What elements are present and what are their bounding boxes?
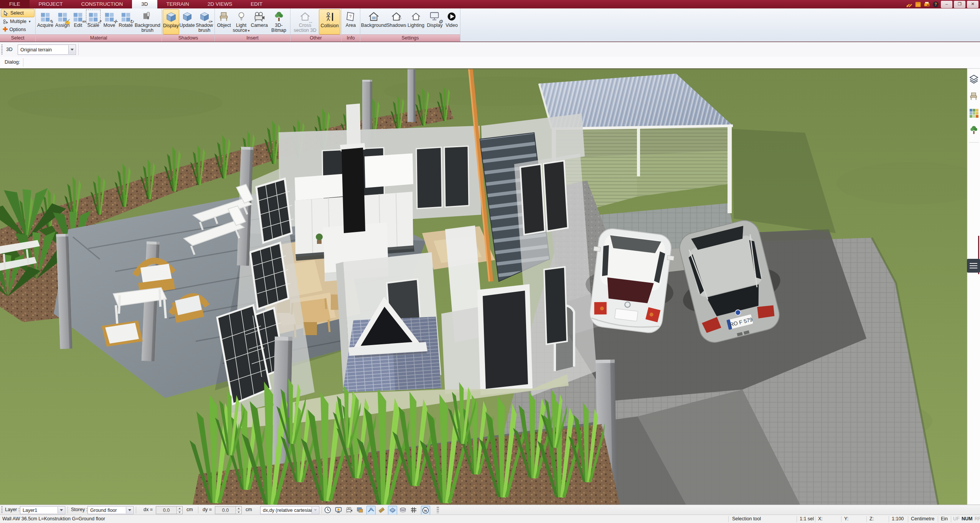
multiple-button[interactable]: Multiple xyxy=(1,18,35,25)
restore-button[interactable]: ❐ xyxy=(954,1,965,8)
tab-edit[interactable]: EDIT xyxy=(241,0,272,8)
help-icon[interactable]: ? xyxy=(932,1,939,8)
cross-section-3d-button: ↔ Cross section 3D xyxy=(291,9,319,35)
tab-file[interactable]: FILE xyxy=(0,0,30,8)
layer-select[interactable]: Layer1 xyxy=(20,506,65,514)
cube-update-icon xyxy=(180,10,194,23)
background-brush-button[interactable]: Background brush xyxy=(134,9,161,35)
status-z: Z: xyxy=(869,515,874,523)
material-move-icon: ✛ xyxy=(102,10,116,23)
tab-project[interactable]: PROJECT xyxy=(30,0,72,8)
roof-edit-icon[interactable] xyxy=(366,506,376,515)
tree-icon xyxy=(272,10,286,23)
light-source-button[interactable]: Light source xyxy=(232,9,250,35)
insert-object-button[interactable]: Object xyxy=(216,9,232,35)
divider xyxy=(23,58,23,67)
dx-stepper[interactable] xyxy=(177,507,182,514)
shadows-display-button[interactable]: Display xyxy=(163,9,179,35)
rotate-button[interactable]: ↻ Rotate xyxy=(117,9,134,35)
terrain-select[interactable]: Original terrain xyxy=(18,44,76,55)
plants-icon[interactable] xyxy=(969,125,978,136)
tab-terrain[interactable]: TERRAIN xyxy=(157,0,198,8)
chevron-down-icon[interactable] xyxy=(58,507,64,513)
layers-icon[interactable] xyxy=(969,74,979,86)
acquire-button[interactable]: ✎ Acquire xyxy=(36,9,54,35)
divider xyxy=(322,507,322,513)
settings-lighting-button[interactable]: Lighting xyxy=(406,9,426,35)
dy-stepper[interactable] xyxy=(236,507,241,514)
shadows-update-button[interactable]: Update xyxy=(179,9,195,35)
fence-post[interactable] xyxy=(408,68,415,122)
insert-camera-button[interactable]: Camera xyxy=(250,9,268,35)
scene-3d[interactable]: RO F 579 xyxy=(0,68,980,505)
tab-construction[interactable]: CONSTRUCTION xyxy=(72,0,132,8)
group-caption-material: Material xyxy=(36,35,162,41)
dx-input[interactable]: 0.0 xyxy=(156,506,183,514)
material-acquire-icon: ✎ xyxy=(38,10,52,23)
toolbar-grip[interactable] xyxy=(1,506,3,514)
scale-button[interactable]: ↗ Scale xyxy=(85,9,101,35)
status-uf: UF xyxy=(953,515,960,523)
ribbon-group-info: ? Area Info xyxy=(342,8,360,41)
area-button[interactable]: ? Area xyxy=(342,9,359,35)
print-icon[interactable] xyxy=(923,1,931,8)
terrain-layers-icon[interactable] xyxy=(399,506,407,514)
status-tool: Selection tool xyxy=(732,515,761,523)
viewport-3d[interactable]: RO F 579 xyxy=(0,68,980,505)
toolbar-grip[interactable] xyxy=(1,44,3,54)
collision-button[interactable]: Collision xyxy=(319,9,340,35)
assign-button[interactable]: ✍ Assign xyxy=(54,9,71,35)
video-button[interactable]: Video xyxy=(444,9,459,35)
edit-button[interactable]: ✏ Edit xyxy=(71,9,85,35)
storey-label: Storey : xyxy=(71,505,87,515)
storey-select[interactable]: Ground floor xyxy=(87,506,134,514)
shadows-display-label: Display xyxy=(163,23,179,28)
divider xyxy=(78,44,79,55)
status-scale[interactable]: 1:100 xyxy=(892,515,904,523)
front-door[interactable] xyxy=(477,284,533,395)
move-button[interactable]: ✛ Move xyxy=(101,9,117,35)
tile-icon[interactable] xyxy=(388,506,397,515)
select-button[interactable]: Select xyxy=(1,9,35,17)
status-x: X: xyxy=(818,515,823,523)
settings-shadows-button[interactable]: Shadows xyxy=(386,9,406,35)
north-compass-icon[interactable]: N xyxy=(421,506,430,515)
materials-icon[interactable] xyxy=(969,109,978,119)
insert-camera-label: Camera xyxy=(251,23,267,28)
shadow-brush-button[interactable]: ✑ Shadow brush xyxy=(195,9,214,35)
screen-favorite-icon[interactable] xyxy=(334,506,343,514)
ribbon-group-other: ↔ Cross section 3D Collision Other xyxy=(290,8,342,41)
background-image-icon[interactable] xyxy=(356,506,364,514)
status-ein[interactable]: Ein xyxy=(941,515,948,523)
divider xyxy=(198,507,198,513)
options-button[interactable]: ✚ Options xyxy=(1,26,35,33)
coord-mode-select[interactable]: dx,dy (relative cartesian) xyxy=(260,506,319,514)
settings-background-label: Background xyxy=(361,23,387,28)
panel-expand-handle[interactable] xyxy=(967,259,980,273)
package-icon[interactable] xyxy=(914,1,922,8)
chevron-down-icon[interactable] xyxy=(126,507,133,513)
dy-input[interactable]: 0.0 xyxy=(215,506,242,514)
tab-2d-views[interactable]: 2D VIEWS xyxy=(198,0,242,8)
group-caption-select: Select xyxy=(0,35,35,41)
settings-display-button[interactable]: ⚙ Display xyxy=(426,9,444,35)
dy-value: 0.0 xyxy=(215,507,236,514)
furniture-icon[interactable] xyxy=(969,92,978,102)
close-button[interactable]: ✕ xyxy=(967,1,978,8)
tools-icon[interactable] xyxy=(906,1,913,8)
settings-background-button[interactable]: Background xyxy=(361,9,386,35)
status-num: NUM xyxy=(962,515,972,523)
camera-path-icon[interactable] xyxy=(345,506,353,514)
tab-3d[interactable]: 3D xyxy=(132,0,157,8)
toolbar-grip[interactable] xyxy=(437,507,439,513)
timber-icon[interactable] xyxy=(377,506,386,514)
minimize-button[interactable]: – xyxy=(941,1,952,8)
ribbon-group-insert: Object Light source Camera 3D-Bitmap Ins… xyxy=(215,8,290,41)
bitmap-3d-button[interactable]: 3D-Bitmap xyxy=(268,9,289,35)
time-icon[interactable] xyxy=(323,506,332,514)
grid-icon[interactable] xyxy=(409,506,418,514)
layer-label: Layer : xyxy=(5,505,20,515)
dy-label: dy = xyxy=(203,505,212,515)
chevron-down-icon[interactable] xyxy=(68,45,75,54)
status-unit[interactable]: Centimetre xyxy=(911,515,934,523)
